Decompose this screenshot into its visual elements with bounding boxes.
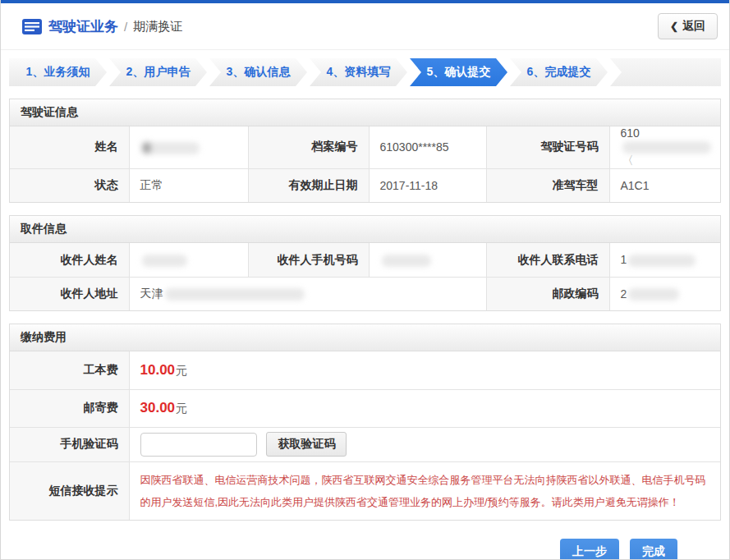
wizard-steps: 1、业务须知 2、用户申告 3、确认信息 4、资料填写 5、确认提交 6、完成提… [9, 58, 721, 86]
section-fees: 缴纳费用 工本费 10.00元 邮寄费 30.00元 手机验证码 获取验证码 短… [9, 324, 721, 521]
license-info-table: 姓名 档案编号 610300****85 驾驶证号码 610〈 状态 正常 有效… [10, 126, 720, 202]
redacted-recipient-name [142, 255, 187, 267]
license-no-label: 驾驶证号码 [486, 126, 609, 168]
license-no-suffix: 〈 [622, 154, 634, 167]
vehicle-class-value: A1C1 [609, 168, 720, 202]
postage-fee-amount: 30.00 [140, 400, 176, 415]
back-button-label: 返回 [682, 19, 705, 34]
captcha-input[interactable] [140, 433, 257, 457]
status-label: 状态 [10, 168, 129, 202]
recipient-mobile-value [369, 243, 486, 277]
breadcrumb-current: 期满换证 [133, 19, 182, 34]
footer-actions: 上一步 完成 [1, 521, 729, 560]
sms-notice-text: 因陕西省联通、电信运营商技术问题，陕西省互联网交通安全综合服务管理平台无法向持陕… [140, 469, 709, 513]
step-6-complete-submit[interactable]: 6、完成提交 [510, 58, 608, 86]
recipient-phone-label: 收件人联系电话 [486, 243, 609, 277]
valid-until-label: 有效期止日期 [248, 168, 369, 202]
file-no-label: 档案编号 [248, 126, 369, 168]
page-title: 驾驶证业务 [48, 17, 118, 36]
pickup-info-table: 收件人姓名 收件人手机号码 收件人联系电话 1 收件人地址 天津 邮政编码 2 [10, 243, 720, 310]
previous-step-button[interactable]: 上一步 [560, 539, 619, 560]
back-button[interactable]: ❮ 返回 [658, 13, 718, 39]
breadcrumb-separator: / [124, 20, 127, 34]
fee-row-postage: 邮寄费 30.00元 [10, 389, 720, 427]
postal-code-prefix: 2 [621, 287, 627, 301]
redacted-address [165, 288, 305, 301]
sms-notice-label: 短信接收提示 [10, 461, 129, 520]
redacted-recipient-phone [628, 255, 696, 267]
fee-row-production: 工本费 10.00元 [10, 351, 720, 389]
step-bar-filler [610, 58, 721, 86]
recipient-phone-prefix: 1 [621, 253, 627, 266]
finish-button[interactable]: 完成 [630, 539, 677, 560]
section-license-info: 驾驶证信息 姓名 档案编号 610300****85 驾驶证号码 610〈 状态… [9, 99, 721, 203]
page: { "header": { "title_primary": "驾驶证业务", … [0, 0, 730, 560]
captcha-cell: 获取验证码 [129, 427, 720, 461]
fees-table: 工本费 10.00元 邮寄费 30.00元 手机验证码 获取验证码 短信接收提示… [10, 351, 720, 520]
step-2-user-declaration[interactable]: 2、用户申告 [109, 58, 207, 86]
valid-until-value: 2017-11-18 [369, 168, 486, 202]
redacted-postal-code [628, 288, 679, 301]
step-5-confirm-submit[interactable]: 5、确认提交 [410, 58, 507, 86]
vehicle-class-label: 准驾车型 [486, 168, 609, 202]
step-4-fill-materials[interactable]: 4、资料填写 [310, 58, 407, 86]
page-header: 驾驶证业务 / 期满换证 ❮ 返回 [1, 3, 729, 50]
table-row: 姓名 档案编号 610300****85 驾驶证号码 610〈 [10, 126, 720, 168]
recipient-name-value [129, 243, 248, 277]
postage-fee-unit: 元 [176, 402, 187, 415]
production-fee-unit: 元 [176, 364, 187, 377]
table-row: 收件人地址 天津 邮政编码 2 [10, 277, 720, 310]
license-no-prefix: 610 [621, 126, 640, 140]
postal-code-value: 2 [609, 277, 720, 310]
postal-code-label: 邮政编码 [486, 277, 609, 310]
production-fee-value: 10.00元 [129, 351, 720, 389]
table-row: 收件人姓名 收件人手机号码 收件人联系电话 1 [10, 243, 720, 277]
status-value: 正常 [129, 168, 248, 202]
address-label: 收件人地址 [10, 277, 129, 310]
section-title-fees: 缴纳费用 [10, 324, 720, 351]
step-1-business-notice[interactable]: 1、业务须知 [9, 58, 107, 86]
sms-notice-cell: 因陕西省联通、电信运营商技术问题，陕西省互联网交通安全综合服务管理平台无法向持陕… [129, 461, 720, 520]
step-3-confirm-info[interactable]: 3、确认信息 [209, 58, 307, 86]
captcha-row: 手机验证码 获取验证码 [10, 427, 720, 461]
redacted-license-no [622, 141, 711, 154]
license-no-value: 610〈 [609, 126, 720, 168]
redacted-name-value [142, 142, 200, 154]
postage-fee-label: 邮寄费 [10, 389, 129, 427]
address-prefix: 天津 [140, 287, 163, 300]
recipient-name-label: 收件人姓名 [10, 243, 129, 277]
section-pickup-info: 取件信息 收件人姓名 收件人手机号码 收件人联系电话 1 收件人地址 天津 邮政… [9, 215, 721, 311]
production-fee-label: 工本费 [10, 351, 129, 389]
get-captcha-button[interactable]: 获取验证码 [266, 432, 347, 457]
name-value [129, 126, 248, 168]
captcha-label: 手机验证码 [10, 427, 129, 461]
recipient-phone-value: 1 [609, 243, 720, 277]
redacted-recipient-mobile [382, 255, 431, 267]
sms-notice-row: 短信接收提示 因陕西省联通、电信运营商技术问题，陕西省互联网交通安全综合服务管理… [10, 461, 720, 520]
license-card-icon [22, 19, 42, 34]
recipient-mobile-label: 收件人手机号码 [248, 243, 369, 277]
name-label: 姓名 [10, 126, 129, 168]
production-fee-amount: 10.00 [140, 362, 176, 378]
chevron-left-icon: ❮ [670, 21, 678, 32]
address-value: 天津 [129, 277, 486, 310]
table-row: 状态 正常 有效期止日期 2017-11-18 准驾车型 A1C1 [10, 168, 720, 202]
postage-fee-value: 30.00元 [129, 389, 720, 427]
section-title-pickup-info: 取件信息 [10, 216, 720, 243]
file-no-value: 610300****85 [369, 126, 486, 168]
section-title-license-info: 驾驶证信息 [10, 99, 720, 126]
